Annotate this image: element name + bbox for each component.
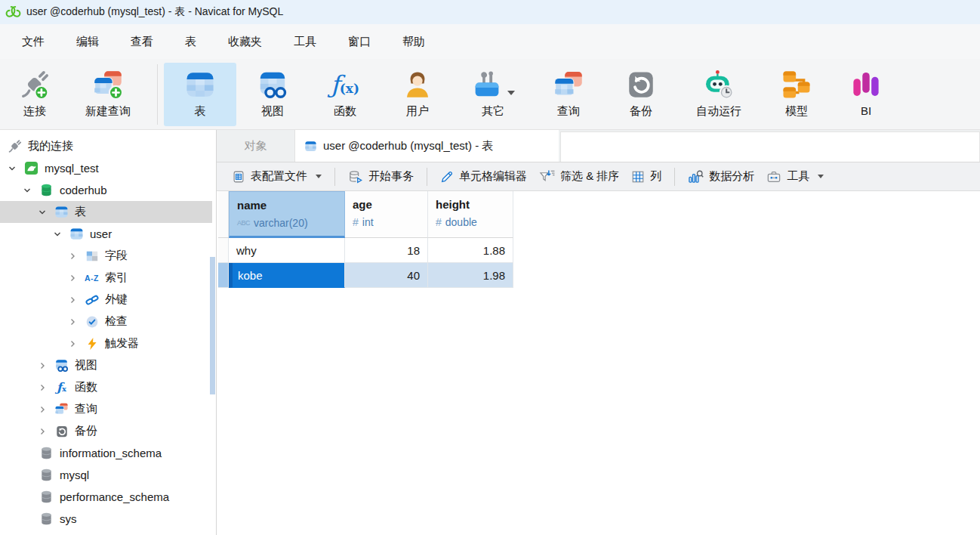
tree-item-information-schema[interactable]: information_schema (0, 442, 216, 464)
tree-item-functions[interactable]: ƒx 函数 (0, 376, 216, 398)
pencil-icon (440, 170, 454, 184)
tree-item-label: performance_schema (60, 490, 169, 503)
function-fx-icon: ƒx (54, 380, 69, 394)
toolbar-connection-button[interactable]: 连接 (5, 63, 65, 126)
tree-item-backups[interactable]: 备份 (0, 420, 216, 442)
tree-item-sys[interactable]: sys (0, 508, 216, 530)
cell-editor-button[interactable]: 单元格编辑器 (434, 166, 533, 187)
tab-user-table[interactable]: user @coderhub (mysql_test) - 表 (294, 130, 559, 162)
others-dropdown-caret-icon[interactable] (507, 91, 515, 95)
navicat-logo-icon (5, 5, 21, 20)
chevron-right-icon[interactable] (68, 274, 85, 283)
toolbar-user-button[interactable]: 用户 (381, 63, 454, 126)
tree-item-coderhub[interactable]: coderhub (0, 179, 216, 201)
filter-sort-icon (539, 169, 555, 184)
index-az-icon: A-Z (85, 271, 99, 285)
cell-height[interactable]: 1.98 (428, 263, 513, 288)
connection-plug-icon (19, 67, 51, 102)
chevron-right-icon[interactable] (68, 317, 85, 326)
toolbar-button-label: 其它 (482, 104, 504, 119)
toolbar-backup-button[interactable]: 备份 (605, 63, 677, 126)
chevron-right-icon[interactable] (38, 405, 54, 414)
main-toolbar: 连接 新建查询 表 视图 ƒ(x) 函数 (0, 59, 980, 130)
menu-view[interactable]: 查看 (115, 30, 169, 54)
tree-item-my-connections[interactable]: 我的连接 (0, 135, 216, 157)
chevron-right-icon[interactable] (38, 427, 54, 436)
cell-name-selected[interactable]: kobe (229, 263, 345, 288)
toolbar-new-query-button[interactable]: 新建查询 (65, 63, 151, 126)
toolbar-view-button[interactable]: 视图 (236, 63, 309, 126)
view-glasses-icon (54, 358, 69, 373)
toolbar-button-label: 备份 (630, 104, 652, 119)
chevron-down-icon[interactable] (53, 230, 69, 239)
toolbar-table-button[interactable]: 表 (164, 63, 236, 126)
tree-item-mysql[interactable]: mysql (0, 464, 216, 486)
tree-item-triggers[interactable]: 触发器 (0, 332, 216, 354)
tree-item-user-table[interactable]: user (0, 223, 216, 245)
column-header-height[interactable]: height #double (428, 191, 513, 238)
database-gray-icon (39, 468, 54, 482)
toolbar-function-button[interactable]: ƒ(x) 函数 (309, 63, 381, 126)
bi-bars-icon (850, 67, 882, 102)
tree-item-mysql-test[interactable]: mysql_test (0, 157, 216, 179)
tab-objects[interactable]: 对象 (217, 130, 294, 162)
table-row: why 18 1.88 (218, 238, 513, 263)
cell-age[interactable]: 18 (345, 238, 428, 263)
tree-item-checks[interactable]: 检查 (0, 311, 216, 332)
tree-item-label: 触发器 (105, 336, 139, 351)
chevron-right-icon[interactable] (38, 361, 54, 370)
toolbar-button-label: 模型 (785, 104, 808, 119)
tree-item-fields[interactable]: 字段 (0, 245, 216, 267)
table-profile-button[interactable]: 表配置文件 (226, 166, 328, 187)
toolbar-model-button[interactable]: 模型 (760, 63, 833, 126)
toolbar-query-button[interactable]: 查询 (532, 63, 605, 126)
tools-button[interactable]: 工具 (760, 166, 830, 187)
tree-item-views[interactable]: 视图 (0, 354, 216, 376)
begin-transaction-button[interactable]: 开始事务 (342, 166, 420, 187)
tree-item-label: mysql (60, 469, 89, 481)
cell-age[interactable]: 40 (345, 263, 428, 288)
row-indicator[interactable] (218, 263, 229, 288)
column-header-name[interactable]: name ABCvarchar(20) (229, 191, 345, 238)
column-header-age[interactable]: age #int (345, 191, 428, 238)
toolbar-button-label: 视图 (261, 104, 284, 119)
toolbar-others-button[interactable]: 其它 (454, 63, 532, 126)
tree-item-foreign-keys[interactable]: 外键 (0, 289, 216, 311)
chevron-right-icon[interactable] (68, 252, 85, 261)
database-green-icon (39, 183, 54, 197)
chevron-down-icon[interactable] (8, 164, 24, 173)
chevron-right-icon[interactable] (68, 295, 85, 305)
toolbar-button-label: 连接 (23, 104, 46, 119)
columns-grid-icon (631, 170, 645, 184)
tree-item-queries[interactable]: 查询 (0, 398, 216, 420)
menu-window[interactable]: 窗口 (332, 30, 387, 54)
chevron-down-icon[interactable] (23, 186, 39, 195)
navicat-window: user @coderhub (mysql_test) - 表 - Navica… (0, 0, 980, 535)
row-indicator[interactable] (218, 238, 229, 263)
menu-help[interactable]: 帮助 (387, 30, 441, 54)
menu-file[interactable]: 文件 (6, 30, 60, 54)
data-analysis-button[interactable]: 数据分析 (682, 166, 760, 187)
toolbar-bi-button[interactable]: BI (833, 63, 899, 126)
cell-name[interactable]: why (229, 238, 345, 263)
table-icon (69, 227, 84, 241)
analysis-chart-icon (688, 169, 704, 184)
filter-sort-button[interactable]: 筛选 & 排序 (533, 166, 625, 187)
chevron-down-icon[interactable] (38, 208, 54, 217)
menu-favorites[interactable]: 收藏夹 (212, 30, 278, 54)
tree-item-tables[interactable]: 表 (0, 201, 212, 223)
menu-tools[interactable]: 工具 (278, 30, 332, 54)
chevron-right-icon[interactable] (38, 383, 54, 392)
cell-height[interactable]: 1.88 (428, 238, 513, 263)
columns-button[interactable]: 列 (625, 166, 667, 187)
menu-table[interactable]: 表 (169, 30, 212, 54)
tree-item-indexes[interactable]: A-Z 索引 (0, 267, 216, 289)
row-indicator-header[interactable] (218, 191, 229, 238)
dropdown-caret-icon (316, 175, 322, 178)
chevron-right-icon[interactable] (68, 339, 85, 348)
menu-edit[interactable]: 编辑 (60, 30, 115, 54)
toolbar-automation-button[interactable]: 自动运行 (677, 63, 760, 126)
tree-item-label: coderhub (60, 184, 107, 196)
sidebar-scrollbar[interactable] (210, 257, 215, 394)
tree-item-performance-schema[interactable]: performance_schema (0, 486, 216, 508)
